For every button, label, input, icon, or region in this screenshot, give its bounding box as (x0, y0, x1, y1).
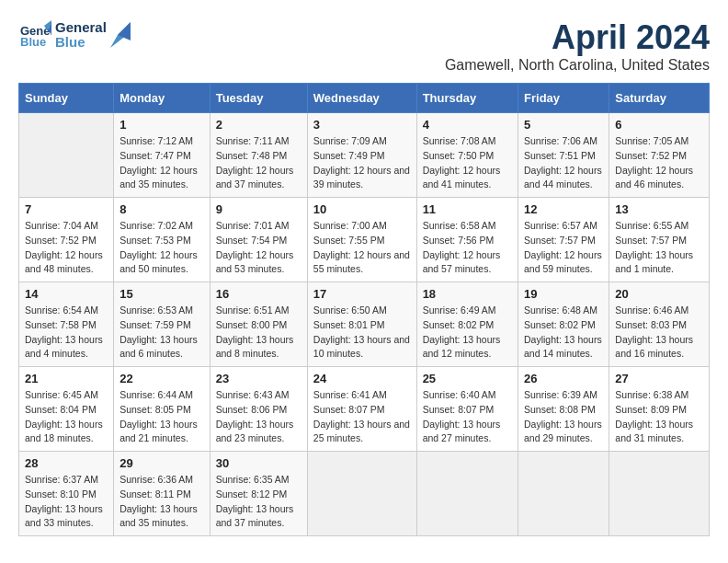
day-info: Sunrise: 6:36 AMSunset: 8:11 PMDaylight:… (119, 473, 204, 531)
calendar-cell: 17Sunrise: 6:50 AMSunset: 8:01 PMDayligh… (307, 282, 416, 367)
day-number: 5 (524, 118, 603, 132)
calendar-cell: 5Sunrise: 7:06 AMSunset: 7:51 PMDaylight… (518, 113, 609, 198)
weekday-header: Sunday (19, 84, 114, 113)
page-subtitle: Gamewell, North Carolina, United States (445, 57, 710, 74)
calendar-cell: 3Sunrise: 7:09 AMSunset: 7:49 PMDaylight… (307, 113, 416, 198)
day-number: 8 (119, 202, 204, 216)
day-info: Sunrise: 6:49 AMSunset: 8:02 PMDaylight:… (423, 304, 512, 362)
day-info: Sunrise: 6:51 AMSunset: 8:00 PMDaylight:… (216, 304, 301, 362)
day-number: 15 (119, 287, 204, 301)
day-info: Sunrise: 6:45 AMSunset: 8:04 PMDaylight:… (25, 388, 108, 446)
title-area: April 2024 Gamewell, North Carolina, Uni… (445, 18, 710, 74)
calendar-cell: 15Sunrise: 6:53 AMSunset: 7:59 PMDayligh… (114, 282, 210, 367)
day-number: 29 (119, 456, 204, 470)
day-number: 27 (615, 372, 703, 385)
day-info: Sunrise: 6:41 AMSunset: 8:07 PMDaylight:… (313, 388, 411, 446)
day-info: Sunrise: 6:57 AMSunset: 7:57 PMDaylight:… (524, 219, 603, 277)
calendar-cell: 26Sunrise: 6:39 AMSunset: 8:08 PMDayligh… (518, 367, 609, 452)
calendar-cell: 23Sunrise: 6:43 AMSunset: 8:06 PMDayligh… (210, 367, 307, 452)
day-info: Sunrise: 7:12 AMSunset: 7:47 PMDaylight:… (119, 134, 204, 192)
calendar-week-row: 7Sunrise: 7:04 AMSunset: 7:52 PMDaylight… (19, 198, 710, 282)
day-number: 6 (615, 118, 703, 132)
calendar-cell: 12Sunrise: 6:57 AMSunset: 7:57 PMDayligh… (518, 198, 609, 282)
day-number: 17 (313, 287, 411, 301)
day-info: Sunrise: 6:35 AMSunset: 8:12 PMDaylight:… (216, 473, 301, 531)
weekday-header: Friday (518, 84, 609, 113)
logo-text: General Blue (55, 20, 107, 51)
calendar-cell (307, 452, 416, 536)
day-number: 1 (119, 118, 204, 132)
day-number: 10 (313, 202, 411, 216)
day-number: 3 (313, 118, 411, 132)
day-number: 4 (423, 118, 512, 132)
logo: General Blue General Blue (18, 18, 131, 52)
day-info: Sunrise: 6:55 AMSunset: 7:57 PMDaylight:… (615, 219, 703, 277)
day-info: Sunrise: 6:46 AMSunset: 8:03 PMDaylight:… (615, 304, 703, 362)
calendar-table: SundayMondayTuesdayWednesdayThursdayFrid… (18, 83, 710, 536)
day-number: 14 (25, 287, 108, 301)
calendar-cell: 16Sunrise: 6:51 AMSunset: 8:00 PMDayligh… (210, 282, 307, 367)
day-info: Sunrise: 6:38 AMSunset: 8:09 PMDaylight:… (615, 388, 703, 446)
day-number: 24 (313, 372, 411, 385)
calendar-cell: 21Sunrise: 6:45 AMSunset: 8:04 PMDayligh… (19, 367, 114, 452)
day-number: 19 (524, 287, 603, 301)
calendar-cell: 6Sunrise: 7:05 AMSunset: 7:52 PMDaylight… (609, 113, 710, 198)
weekday-header: Thursday (416, 84, 518, 113)
day-info: Sunrise: 6:37 AMSunset: 8:10 PMDaylight:… (25, 473, 108, 531)
day-info: Sunrise: 7:09 AMSunset: 7:49 PMDaylight:… (313, 134, 411, 192)
calendar-cell (609, 452, 710, 536)
calendar-cell: 20Sunrise: 6:46 AMSunset: 8:03 PMDayligh… (609, 282, 710, 367)
calendar-cell: 18Sunrise: 6:49 AMSunset: 8:02 PMDayligh… (416, 282, 518, 367)
calendar-cell: 14Sunrise: 6:54 AMSunset: 7:58 PMDayligh… (19, 282, 114, 367)
calendar-cell: 8Sunrise: 7:02 AMSunset: 7:53 PMDaylight… (114, 198, 210, 282)
calendar-cell: 25Sunrise: 6:40 AMSunset: 8:07 PMDayligh… (416, 367, 518, 452)
calendar-cell: 29Sunrise: 6:36 AMSunset: 8:11 PMDayligh… (114, 452, 210, 536)
day-info: Sunrise: 6:50 AMSunset: 8:01 PMDaylight:… (313, 304, 411, 362)
calendar-cell: 4Sunrise: 7:08 AMSunset: 7:50 PMDaylight… (416, 113, 518, 198)
day-info: Sunrise: 6:58 AMSunset: 7:56 PMDaylight:… (423, 219, 512, 277)
day-info: Sunrise: 7:11 AMSunset: 7:48 PMDaylight:… (216, 134, 301, 192)
day-info: Sunrise: 6:44 AMSunset: 8:05 PMDaylight:… (119, 388, 204, 446)
day-number: 7 (25, 202, 108, 216)
calendar-cell: 7Sunrise: 7:04 AMSunset: 7:52 PMDaylight… (19, 198, 114, 282)
day-info: Sunrise: 6:54 AMSunset: 7:58 PMDaylight:… (25, 304, 108, 362)
day-number: 20 (615, 287, 703, 301)
calendar-cell: 13Sunrise: 6:55 AMSunset: 7:57 PMDayligh… (609, 198, 710, 282)
calendar-cell (19, 113, 114, 198)
calendar-cell (518, 452, 609, 536)
calendar-cell: 24Sunrise: 6:41 AMSunset: 8:07 PMDayligh… (307, 367, 416, 452)
day-number: 11 (423, 202, 512, 216)
day-number: 16 (216, 287, 301, 301)
calendar-cell: 11Sunrise: 6:58 AMSunset: 7:56 PMDayligh… (416, 198, 518, 282)
calendar-week-row: 28Sunrise: 6:37 AMSunset: 8:10 PMDayligh… (19, 452, 710, 536)
calendar-cell: 22Sunrise: 6:44 AMSunset: 8:05 PMDayligh… (114, 367, 210, 452)
day-number: 18 (423, 287, 512, 301)
day-info: Sunrise: 7:02 AMSunset: 7:53 PMDaylight:… (119, 219, 204, 277)
weekday-header: Monday (114, 84, 210, 113)
day-info: Sunrise: 6:53 AMSunset: 7:59 PMDaylight:… (119, 304, 204, 362)
calendar-cell: 2Sunrise: 7:11 AMSunset: 7:48 PMDaylight… (210, 113, 307, 198)
calendar-cell: 27Sunrise: 6:38 AMSunset: 8:09 PMDayligh… (609, 367, 710, 452)
day-info: Sunrise: 6:48 AMSunset: 8:02 PMDaylight:… (524, 304, 603, 362)
day-number: 12 (524, 202, 603, 216)
page-title: April 2024 (445, 18, 710, 57)
day-number: 30 (216, 456, 301, 470)
day-number: 25 (423, 372, 512, 385)
day-info: Sunrise: 7:01 AMSunset: 7:54 PMDaylight:… (216, 219, 301, 277)
day-info: Sunrise: 6:40 AMSunset: 8:07 PMDaylight:… (423, 388, 512, 446)
bird-logo-icon (110, 22, 131, 48)
day-info: Sunrise: 7:08 AMSunset: 7:50 PMDaylight:… (423, 134, 512, 192)
calendar-cell: 1Sunrise: 7:12 AMSunset: 7:47 PMDaylight… (114, 113, 210, 198)
day-info: Sunrise: 6:43 AMSunset: 8:06 PMDaylight:… (216, 388, 301, 446)
day-number: 13 (615, 202, 703, 216)
weekday-header: Wednesday (307, 84, 416, 113)
weekday-header: Saturday (609, 84, 710, 113)
calendar-cell: 19Sunrise: 6:48 AMSunset: 8:02 PMDayligh… (518, 282, 609, 367)
day-info: Sunrise: 7:05 AMSunset: 7:52 PMDaylight:… (615, 134, 703, 192)
day-number: 21 (25, 372, 108, 385)
calendar-cell: 9Sunrise: 7:01 AMSunset: 7:54 PMDaylight… (210, 198, 307, 282)
calendar-cell: 30Sunrise: 6:35 AMSunset: 8:12 PMDayligh… (210, 452, 307, 536)
calendar-header-row: SundayMondayTuesdayWednesdayThursdayFrid… (19, 84, 710, 113)
logo-icon: General Blue (18, 18, 51, 52)
day-info: Sunrise: 6:39 AMSunset: 8:08 PMDaylight:… (524, 388, 603, 446)
